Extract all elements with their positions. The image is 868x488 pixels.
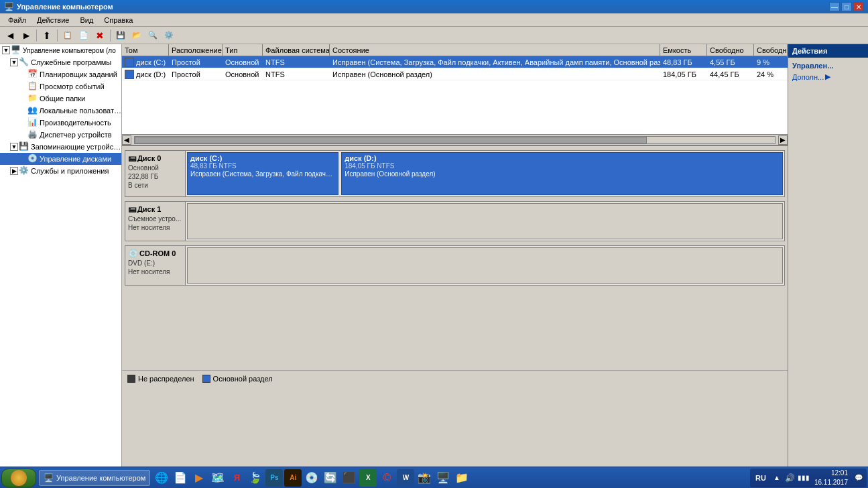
taskbar-word[interactable]: W bbox=[397, 469, 414, 487]
minimize-button[interactable]: — bbox=[829, 2, 840, 11]
cdrom-icon: 💿 bbox=[128, 249, 138, 258]
tray-battery[interactable]: ▮▮▮ bbox=[798, 473, 809, 483]
horizontal-scrollbar[interactable]: ◀ ▶ bbox=[122, 134, 788, 145]
row-d-capacity: 184,05 ГБ bbox=[660, 68, 707, 80]
tree-expand-root[interactable]: ▼ bbox=[2, 46, 10, 54]
menu-view[interactable]: Вид bbox=[74, 15, 99, 25]
tree-diskman[interactable]: 💿 Управление дисками bbox=[0, 153, 121, 165]
taskbar-yandex[interactable]: Я bbox=[228, 469, 245, 487]
tree-service-label: Служебные программы bbox=[31, 58, 111, 66]
tree-viewer-label: Просмотр событий bbox=[40, 82, 105, 90]
toolbar-forward[interactable]: ▶ bbox=[19, 28, 34, 43]
cdrom-title: 💿 CD-ROM 0 bbox=[128, 249, 182, 258]
menu-help[interactable]: Справка bbox=[99, 15, 138, 25]
scroll-thumb[interactable] bbox=[135, 137, 647, 143]
toolbar-up[interactable]: ⬆ bbox=[40, 28, 54, 43]
toolbar-export[interactable]: 💾 bbox=[113, 28, 128, 43]
taskbar-stone[interactable]: ⬛ bbox=[340, 469, 358, 487]
th-status[interactable]: Состояние bbox=[330, 44, 660, 56]
disk0-d-size: 184,05 ГБ NTFS bbox=[345, 162, 780, 170]
th-capacity[interactable]: Емкость bbox=[660, 44, 707, 56]
taskbar-task-main[interactable]: 🖥️ Управление компьютером bbox=[39, 470, 150, 486]
disk0-part-c[interactable]: диск (C:) 48,83 ГБ NTFS Исправен (Систем… bbox=[187, 152, 338, 195]
tree-viewer[interactable]: 📋 Просмотр событий bbox=[0, 80, 121, 93]
taskbar-folder[interactable]: 📁 bbox=[453, 469, 471, 487]
disk0-part-d[interactable]: диск (D:) 184,05 ГБ NTFS Исправен (Основ… bbox=[341, 152, 783, 195]
disk1-status: Нет носителя bbox=[128, 224, 182, 231]
scroll-left-btn[interactable]: ◀ bbox=[122, 135, 131, 145]
taskbar-sync[interactable]: 🔄 bbox=[322, 469, 339, 487]
taskbar-ps[interactable]: Ps bbox=[265, 469, 283, 487]
th-location[interactable]: Расположение bbox=[169, 44, 223, 56]
th-tom[interactable]: Том bbox=[122, 44, 169, 56]
tree-perf[interactable]: 📊 Производительность bbox=[0, 117, 121, 129]
actions-panel: Действия Управлен... Дополн... ▶ bbox=[788, 44, 868, 467]
tree-users[interactable]: 👥 Локальные пользовате... bbox=[0, 105, 121, 117]
tree-scheduler[interactable]: 📅 Планировщик заданий bbox=[0, 68, 121, 80]
th-fs[interactable]: Файловая система bbox=[263, 44, 330, 56]
toolbar-back[interactable]: ◀ bbox=[3, 28, 17, 43]
toolbar: ◀ ▶ ⬆ 📋 📄 ✖ 💾 📂 🔍 ⚙️ bbox=[0, 27, 868, 44]
toolbar-options[interactable]: ⚙️ bbox=[162, 28, 176, 43]
table-header: Том Расположение Тип Файловая система Со… bbox=[122, 44, 788, 56]
disk-row-cdrom: 💿 CD-ROM 0 DVD (E:) Нет носителя bbox=[125, 245, 785, 286]
taskbar-excel[interactable]: X bbox=[359, 469, 377, 487]
menu-action[interactable]: Действие bbox=[32, 15, 74, 25]
toolbar-properties[interactable]: 📄 bbox=[76, 28, 91, 43]
language-indicator[interactable]: RU bbox=[753, 474, 769, 482]
diskman-icon: 💿 bbox=[27, 154, 38, 164]
th-free1[interactable]: Свободно bbox=[707, 44, 754, 56]
tree-services[interactable]: ▶ ⚙️ Службы и приложения bbox=[0, 165, 121, 177]
disk-row-1: 🖴 Диск 1 Съемное устро... Нет носителя bbox=[125, 201, 785, 241]
tree-shared[interactable]: 📁 Общие папки bbox=[0, 93, 121, 105]
row-c-capacity: 48,83 ГБ bbox=[660, 56, 707, 68]
taskbar-maps[interactable]: 🗺️ bbox=[209, 469, 227, 487]
taskbar-pdf[interactable]: 📄 bbox=[172, 469, 189, 487]
toolbar-show-hide[interactable]: 📋 bbox=[60, 28, 75, 43]
tray-speaker[interactable]: 🔊 bbox=[785, 473, 796, 483]
storage-icon: 💾 bbox=[19, 141, 29, 152]
tree-storage[interactable]: ▼ 💾 Запоминающие устройства bbox=[0, 141, 121, 153]
disk-visual-spacer bbox=[122, 290, 788, 370]
tree-service[interactable]: ▼ 🔧 Служебные программы bbox=[0, 56, 121, 68]
services-icon: ⚙️ bbox=[19, 166, 29, 176]
tree-expand-storage[interactable]: ▼ bbox=[10, 143, 18, 151]
tree-root[interactable]: ▼ 🖥️ Управление компьютером (ло bbox=[0, 44, 121, 56]
scroll-track[interactable] bbox=[134, 136, 776, 144]
taskbar-cam[interactable]: 📸 bbox=[416, 469, 433, 487]
tree-expand-service[interactable]: ▼ bbox=[10, 58, 18, 66]
tray-notification[interactable]: 💬 bbox=[853, 473, 864, 483]
clock[interactable]: 12:01 16.11.2017 bbox=[812, 469, 851, 487]
taskbar-media[interactable]: ▶ bbox=[190, 469, 208, 487]
start-button[interactable] bbox=[1, 469, 36, 487]
tree-devices-label: Диспетчер устройств bbox=[40, 131, 112, 139]
maximize-button[interactable]: □ bbox=[841, 2, 852, 11]
toolbar-help-icon[interactable]: ✖ bbox=[92, 28, 107, 43]
tree-expand-services[interactable]: ▶ bbox=[10, 167, 18, 175]
taskbar-ie[interactable]: 🌐 bbox=[153, 469, 170, 487]
table-row-c[interactable]: диск (С:) Простой Основной NTFS Исправен… bbox=[122, 56, 788, 68]
tray-network-up[interactable]: ▲ bbox=[771, 473, 782, 483]
disk0-status: В сети bbox=[128, 182, 182, 189]
taskbar-leaf[interactable]: 🍃 bbox=[247, 469, 264, 487]
action-more[interactable]: Дополн... ▶ bbox=[788, 71, 868, 82]
disk0-type: Основной bbox=[128, 164, 182, 172]
menu-file[interactable]: Файл bbox=[3, 15, 32, 25]
toolbar-import[interactable]: 📂 bbox=[129, 28, 144, 43]
scroll-right-btn[interactable]: ▶ bbox=[778, 135, 788, 145]
disk0-title: 🖴 Диск 0 bbox=[128, 154, 182, 163]
taskbar-corel[interactable]: © bbox=[378, 469, 395, 487]
table-row-d[interactable]: диск (D:) Простой Основной NTFS Исправен… bbox=[122, 68, 788, 80]
toolbar-search[interactable]: 🔍 bbox=[145, 28, 160, 43]
th-free2[interactable]: Свободно bbox=[754, 44, 788, 56]
taskbar-ai[interactable]: Ai bbox=[284, 469, 302, 487]
close-button[interactable]: ✕ bbox=[853, 2, 864, 11]
legend-unallocated: Не распределен bbox=[127, 375, 194, 383]
taskbar-cd[interactable]: 💿 bbox=[303, 469, 320, 487]
taskbar-screen[interactable]: 🖥️ bbox=[434, 469, 452, 487]
th-type[interactable]: Тип bbox=[223, 44, 263, 56]
clock-date: 16.11.2017 bbox=[814, 478, 848, 487]
tree-devices[interactable]: 🖨️ Диспетчер устройств bbox=[0, 129, 121, 141]
main-layout: ▼ 🖥️ Управление компьютером (ло ▼ 🔧 Служ… bbox=[0, 44, 868, 467]
title-bar-buttons: — □ ✕ bbox=[829, 2, 864, 11]
